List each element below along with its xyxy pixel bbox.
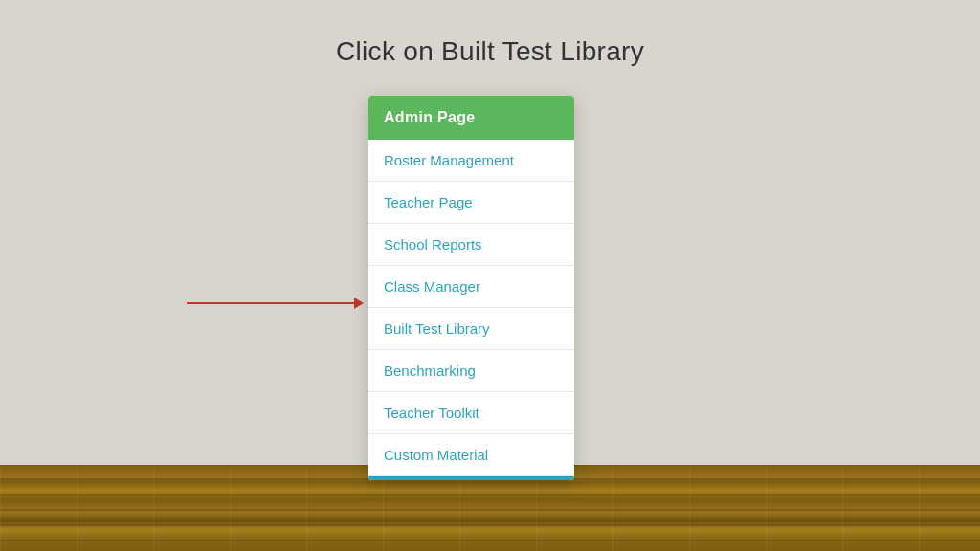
menu-item-custom-material[interactable]: Custom Material	[368, 434, 574, 476]
admin-menu-card: Admin Page Roster Management Teacher Pag…	[368, 96, 574, 480]
arrow-head	[354, 298, 364, 309]
menu-header: Admin Page	[368, 96, 574, 140]
arrow-line	[187, 302, 354, 304]
menu-bottom-accent	[368, 476, 574, 480]
menu-item-school-reports[interactable]: School Reports	[368, 224, 574, 266]
menu-item-class-manager[interactable]: Class Manager	[368, 266, 574, 308]
menu-item-benchmarking[interactable]: Benchmarking	[368, 350, 574, 392]
page-title: Click on Built Test Library	[0, 36, 980, 67]
menu-item-teacher-toolkit[interactable]: Teacher Toolkit	[368, 392, 574, 434]
instruction-arrow	[187, 294, 378, 313]
menu-item-teacher-page[interactable]: Teacher Page	[368, 182, 574, 224]
menu-item-built-test-library[interactable]: Built Test Library	[368, 308, 574, 350]
menu-item-roster-management[interactable]: Roster Management	[368, 140, 574, 182]
